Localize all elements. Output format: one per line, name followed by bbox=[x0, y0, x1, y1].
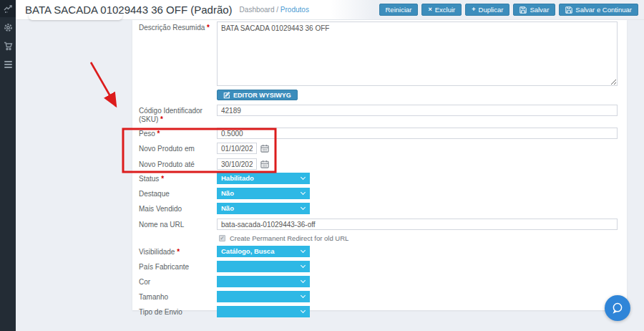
new-product-from-input[interactable] bbox=[217, 143, 257, 154]
calendar-icon[interactable] bbox=[260, 160, 269, 168]
field-label: Novo Produto até bbox=[139, 160, 195, 168]
field-row-short-description: Descrição Resumida * BATA SACADA 0102944… bbox=[132, 21, 627, 86]
field-label: Status bbox=[139, 175, 159, 183]
field-row-sku: Código Identificador (SKU) * bbox=[132, 105, 627, 123]
chevron-down-icon bbox=[301, 308, 306, 313]
field-row-shipping-type: Tipo de Envio bbox=[132, 306, 627, 317]
select-value: Não bbox=[221, 204, 234, 212]
field-label: Destaque bbox=[139, 190, 170, 198]
status-select[interactable]: Habilitado bbox=[217, 173, 310, 184]
required-asterisk: * bbox=[160, 115, 163, 123]
trending-chart-icon bbox=[4, 4, 13, 14]
required-asterisk: * bbox=[161, 175, 164, 183]
floppy-save-icon bbox=[565, 6, 572, 14]
weight-input[interactable] bbox=[217, 128, 618, 139]
reset-button[interactable]: Reiniciar bbox=[379, 4, 419, 16]
required-asterisk: * bbox=[157, 130, 160, 138]
save-button[interactable]: Salvar bbox=[513, 4, 555, 16]
field-label: Tamanho bbox=[139, 293, 168, 301]
sku-input[interactable] bbox=[217, 105, 618, 116]
url-key-input[interactable] bbox=[217, 219, 618, 230]
field-row-color: Cor bbox=[132, 276, 627, 287]
field-row-manufacturer-country: País Fabricante bbox=[132, 261, 627, 272]
chevron-down-icon bbox=[301, 205, 306, 210]
duplicate-button[interactable]: + Duplicar bbox=[465, 4, 509, 16]
chevron-down-icon bbox=[301, 190, 306, 195]
field-label: Visibilidade bbox=[139, 248, 175, 256]
field-row-weight: Peso * bbox=[132, 128, 627, 139]
required-asterisk: * bbox=[207, 24, 210, 32]
best-seller-select[interactable]: Não bbox=[217, 203, 310, 214]
field-label: País Fabricante bbox=[139, 263, 189, 271]
editor-row: EDITOR WYSIWYG bbox=[132, 90, 627, 100]
header-actions: Reiniciar × Excluir + Duplicar Salvar Sa… bbox=[379, 4, 639, 16]
size-select[interactable] bbox=[217, 291, 310, 302]
menu-icon bbox=[4, 59, 12, 69]
field-row-visibility: Visibilidade * Catálogo, Busca bbox=[132, 246, 627, 257]
sidebar-item-dashboard[interactable] bbox=[0, 0, 16, 17]
redirect-checkbox-row: ✓ Create Permanent Redirect for old URL bbox=[217, 234, 348, 242]
wysiwyg-editor-button[interactable]: EDITOR WYSIWYG bbox=[217, 90, 298, 100]
field-row-new-product-from: Novo Produto em bbox=[132, 143, 627, 154]
field-row-new-product-to: Novo Produto até bbox=[132, 158, 627, 170]
sidebar bbox=[0, 0, 16, 331]
field-label: Mais Vendido bbox=[139, 205, 182, 213]
new-product-to-input[interactable] bbox=[217, 158, 257, 170]
field-row-size: Tamanho bbox=[132, 291, 627, 302]
save-and-continue-button[interactable]: Salvar e Continuar bbox=[559, 4, 638, 16]
featured-select[interactable]: Não bbox=[217, 188, 310, 199]
sidebar-item-menu[interactable] bbox=[0, 56, 16, 73]
visibility-select[interactable]: Catálogo, Busca bbox=[217, 246, 310, 257]
field-label: Código Identificador (SKU) bbox=[139, 107, 203, 123]
field-label: Novo Produto em bbox=[139, 145, 195, 153]
redirect-checkbox[interactable]: ✓ bbox=[219, 235, 225, 241]
chevron-down-icon bbox=[301, 263, 306, 268]
shipping-type-select[interactable] bbox=[217, 306, 310, 317]
field-row-status: Status * Habilitado bbox=[132, 173, 627, 184]
floppy-save-icon bbox=[519, 6, 527, 14]
sidebar-item-settings[interactable] bbox=[0, 19, 16, 36]
breadcrumb: Dashboard / Produtos bbox=[240, 6, 309, 14]
chat-widget-button[interactable] bbox=[605, 295, 630, 321]
plus-icon: + bbox=[472, 6, 475, 13]
select-value: Catálogo, Busca bbox=[221, 247, 274, 255]
sidebar-item-store[interactable] bbox=[0, 37, 16, 54]
color-select[interactable] bbox=[217, 276, 310, 287]
select-value: Habilitado bbox=[221, 174, 254, 182]
field-row-url-key: Nome na URL ✓ Create Permanent Redirect … bbox=[132, 219, 627, 242]
redirect-checkbox-label: Create Permanent Redirect for old URL bbox=[230, 234, 348, 242]
cart-icon bbox=[4, 42, 13, 51]
product-form-card: Descrição Resumida * BATA SACADA 0102944… bbox=[132, 20, 627, 310]
field-label: Descrição Resumida bbox=[139, 24, 205, 32]
breadcrumb-current[interactable]: Produtos bbox=[280, 6, 309, 14]
chevron-down-icon bbox=[301, 293, 306, 298]
chevron-down-icon bbox=[301, 248, 306, 253]
delete-button[interactable]: × Excluir bbox=[421, 4, 462, 16]
chevron-down-icon bbox=[301, 175, 306, 180]
annotation-arrow bbox=[91, 62, 116, 106]
delete-x-icon: × bbox=[428, 6, 431, 13]
field-row-best-seller: Mais Vendido Não bbox=[132, 203, 627, 214]
short-description-textarea[interactable]: BATA SACADA 01029443 36 OFF bbox=[217, 21, 618, 86]
chat-bubble-icon bbox=[611, 302, 624, 315]
scrolled-panel-edge bbox=[29, 14, 122, 20]
gear-icon bbox=[4, 23, 13, 32]
breadcrumb-section: Dashboard bbox=[240, 6, 275, 14]
calendar-icon[interactable] bbox=[260, 144, 269, 153]
field-label: Peso bbox=[139, 130, 155, 138]
field-label: Cor bbox=[139, 278, 150, 286]
field-label: Nome na URL bbox=[139, 221, 184, 229]
field-row-featured: Destaque Não bbox=[132, 188, 627, 199]
manufacturer-country-select[interactable] bbox=[217, 261, 310, 272]
chevron-down-icon bbox=[301, 278, 306, 283]
required-asterisk: * bbox=[177, 248, 180, 256]
select-value: Não bbox=[221, 189, 234, 197]
field-label: Tipo de Envio bbox=[139, 308, 182, 316]
pencil-edit-icon bbox=[223, 92, 230, 99]
breadcrumb-separator: / bbox=[275, 6, 280, 14]
